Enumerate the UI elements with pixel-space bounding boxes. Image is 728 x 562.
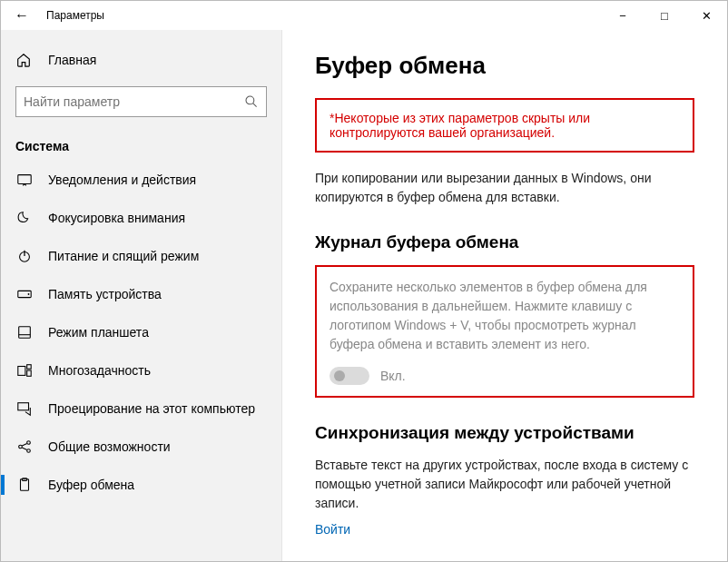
sidebar-section-label: Система	[1, 132, 281, 161]
history-title: Журнал буфера обмена	[315, 232, 694, 252]
page-title: Буфер обмена	[315, 52, 694, 80]
svg-rect-10	[27, 365, 32, 370]
svg-rect-9	[18, 367, 25, 376]
sync-title: Синхронизация между устройствами	[315, 423, 694, 443]
back-button[interactable]: ←	[1, 7, 43, 24]
sidebar-item-clipboard[interactable]: Буфер обмена	[1, 466, 281, 504]
sidebar-item-tablet[interactable]: Режим планшета	[1, 313, 281, 351]
moon-icon	[15, 210, 34, 226]
intro-desc: При копировании или вырезании данных в W…	[315, 169, 694, 207]
storage-icon	[15, 286, 34, 302]
svg-rect-7	[19, 327, 31, 339]
content: Буфер обмена *Некоторые из этих параметр…	[282, 30, 727, 561]
maximize-button[interactable]: □	[644, 1, 685, 30]
window-body: Главная Система Уведомления и действия	[1, 30, 727, 561]
history-toggle-row: Вкл.	[330, 367, 680, 385]
sidebar-nav: Уведомления и действия Фокусировка внима…	[1, 161, 281, 561]
history-toggle-label: Вкл.	[380, 369, 406, 383]
window-title: Параметры	[43, 9, 602, 22]
svg-rect-11	[27, 370, 32, 376]
home-icon	[15, 52, 34, 68]
history-desc: Сохраните несколько элементов в буфер об…	[330, 278, 680, 354]
settings-window: ← Параметры − □ ✕ Главная	[0, 0, 728, 562]
minimize-button[interactable]: −	[602, 1, 644, 30]
sidebar-home-label: Главная	[48, 53, 96, 67]
window-controls: − □ ✕	[602, 1, 727, 30]
svg-point-15	[27, 449, 31, 453]
sidebar-item-shared[interactable]: Общие возможности	[1, 428, 281, 466]
shared-icon	[15, 439, 34, 455]
org-warning: *Некоторые из этих параметров скрыты или…	[315, 98, 694, 153]
sidebar-item-storage[interactable]: Память устройства	[1, 275, 281, 313]
power-icon	[15, 248, 34, 264]
search-icon	[244, 94, 259, 109]
svg-point-14	[27, 441, 31, 445]
projecting-icon	[15, 400, 34, 417]
sidebar-item-label: Память устройства	[48, 287, 162, 301]
sidebar-item-label: Буфер обмена	[48, 478, 134, 492]
sidebar-home[interactable]: Главная	[1, 44, 281, 75]
svg-point-6	[28, 293, 30, 295]
org-warning-text: *Некоторые из этих параметров скрыты или…	[330, 111, 590, 140]
sidebar-item-label: Многозадачность	[48, 363, 151, 378]
sidebar-item-focus[interactable]: Фокусировка внимания	[1, 199, 281, 237]
svg-line-16	[22, 443, 26, 446]
sidebar-item-label: Режим планшета	[48, 325, 149, 340]
search-input[interactable]	[24, 94, 244, 109]
search-wrap	[1, 75, 281, 132]
sidebar-item-multitask[interactable]: Многозадачность	[1, 351, 281, 389]
sidebar: Главная Система Уведомления и действия	[1, 30, 282, 561]
titlebar: ← Параметры − □ ✕	[1, 1, 727, 30]
history-toggle[interactable]	[330, 367, 369, 385]
sidebar-item-notifications[interactable]: Уведомления и действия	[1, 161, 281, 199]
tablet-icon	[15, 324, 34, 340]
svg-point-13	[19, 445, 23, 449]
sidebar-item-power[interactable]: Питание и спящий режим	[1, 237, 281, 275]
history-section: Сохраните несколько элементов в буфер об…	[315, 265, 694, 398]
toggle-knob	[334, 370, 345, 381]
sync-desc: Вставьте текст на других устройствах, по…	[315, 456, 694, 513]
clipboard-icon	[15, 477, 34, 493]
sidebar-item-label: Фокусировка внимания	[48, 211, 185, 225]
multitask-icon	[15, 362, 34, 379]
sidebar-item-label: Проецирование на этот компьютер	[48, 401, 255, 416]
search-box[interactable]	[15, 86, 267, 117]
svg-line-17	[22, 448, 26, 450]
notifications-icon	[15, 172, 34, 188]
svg-line-1	[253, 104, 257, 107]
close-button[interactable]: ✕	[685, 1, 727, 30]
svg-rect-12	[18, 403, 29, 410]
svg-rect-2	[18, 175, 31, 184]
sidebar-item-projecting[interactable]: Проецирование на этот компьютер	[1, 389, 281, 428]
signin-link[interactable]: Войти	[315, 522, 350, 537]
sidebar-item-label: Уведомления и действия	[48, 173, 196, 187]
sidebar-item-label: Общие возможности	[48, 439, 171, 454]
sidebar-item-label: Питание и спящий режим	[48, 249, 199, 263]
svg-point-0	[246, 96, 254, 104]
